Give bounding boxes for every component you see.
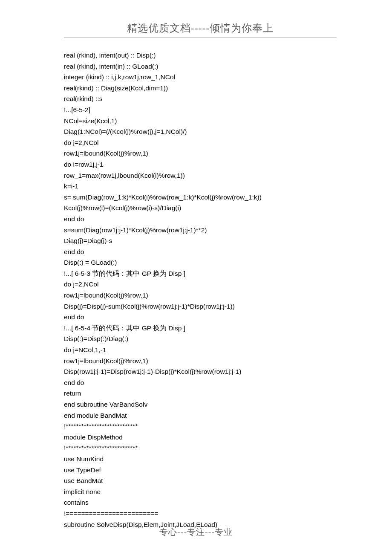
code-line: return xyxy=(64,388,337,399)
code-line: real(rkind) :: Diag(size(Kcol,dim=1)) xyxy=(64,83,337,94)
code-line: use BandMat xyxy=(64,475,337,486)
document-page: 精选优质文档-----倾情为你奉上 real (rkind), intent(o… xyxy=(0,0,392,555)
code-line: !======================== xyxy=(64,508,337,519)
code-line: !**************************** xyxy=(64,421,337,432)
code-line: end module BandMat xyxy=(64,410,337,421)
code-line: Diag(1:NCol)=(/(Kcol(j)%row(j),j=1,NCol)… xyxy=(64,126,337,137)
code-line: module DispMethod xyxy=(64,432,337,443)
code-line: real(rkind) ::s xyxy=(64,93,337,104)
code-line: use TypeDef xyxy=(64,465,337,476)
code-line: end subroutine VarBandSolv xyxy=(64,399,337,410)
code-line: row1j=lbound(Kcol(j)%row,1) xyxy=(64,148,337,159)
code-line: end do xyxy=(64,377,337,388)
code-line: k=i-1 xyxy=(64,181,337,192)
code-line: Diag(j)=Diag(j)-s xyxy=(64,235,337,246)
code-line: Disp(j)=Disp(j)-sum(Kcol(j)%row(row1j:j-… xyxy=(64,301,337,312)
code-line: end do xyxy=(64,246,337,257)
code-line: !**************************** xyxy=(64,442,337,454)
code-line: row_1=max(row1j,lbound(Kcol(i)%row,1)) xyxy=(64,170,337,181)
code-line: do i=row1j,j-1 xyxy=(64,159,337,170)
code-line: Disp(:)=Disp(:)/Diag(:) xyxy=(64,333,337,344)
code-line: use NumKind xyxy=(64,454,337,465)
code-line: !...[ 6-5-3 节的代码：其中 GP 换为 Disp ] xyxy=(64,268,337,279)
code-line: Disp(row1j:j-1)=Disp(row1j:j-1)-Disp(j)*… xyxy=(64,366,337,377)
code-line: s= sum(Diag(row_1:k)*Kcol(i)%row(row_1:k… xyxy=(64,192,337,203)
code-line: NCol=size(Kcol,1) xyxy=(64,116,337,127)
code-line: end do xyxy=(64,214,337,225)
code-line: Kcol(j)%row(i)=(Kcol(j)%row(i)-s)/Diag(i… xyxy=(64,202,337,214)
code-line: !...[6-5-2] xyxy=(64,104,337,116)
code-block: real (rkind), intent(out) :: Disp(:)real… xyxy=(64,50,337,530)
code-line: row1j=lbound(Kcol(j)%row,1) xyxy=(64,290,337,301)
code-line: !...[ 6-5-4 节的代码：其中 GP 换为 Disp ] xyxy=(64,323,337,334)
page-header: 精选优质文档-----倾情为你奉上 xyxy=(64,21,337,38)
code-line: integer (ikind) :: i,j,k,row1j,row_1,NCo… xyxy=(64,72,337,83)
code-line: row1j=lbound(Kcol(j)%row,1) xyxy=(64,356,337,367)
code-line: end do xyxy=(64,312,337,323)
code-line: do j=2,NCol xyxy=(64,279,337,290)
code-line: s=sum(Diag(row1j:j-1)*Kcol(j)%row(row1j:… xyxy=(64,225,337,236)
code-line: do j=2,NCol xyxy=(64,137,337,148)
code-line: do j=NCol,1,-1 xyxy=(64,344,337,356)
code-line: real (rkind), intent(in) :: GLoad(:) xyxy=(64,61,337,72)
code-line: real (rkind), intent(out) :: Disp(:) xyxy=(64,50,337,61)
code-line: implicit none xyxy=(64,486,337,497)
code-line: Disp(:) = GLoad(:) xyxy=(64,257,337,268)
code-line: contains xyxy=(64,497,337,508)
page-footer: 专心---专注---专业 xyxy=(0,526,392,538)
